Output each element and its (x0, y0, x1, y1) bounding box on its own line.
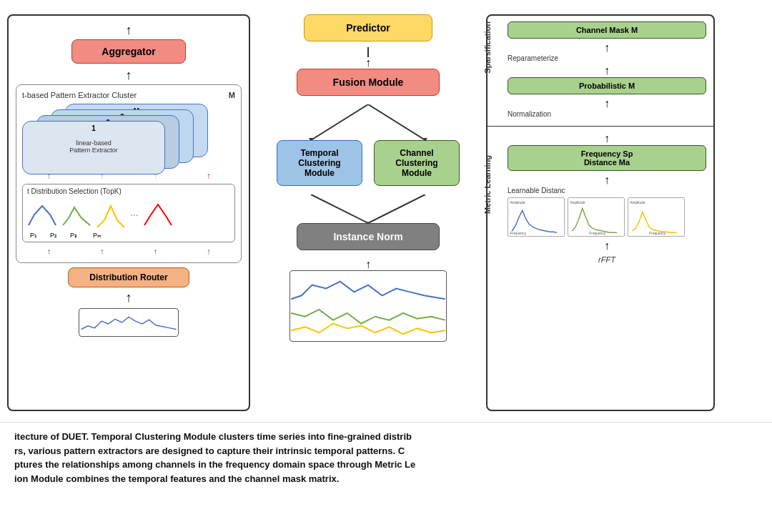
svg-text:Frequency: Frequency (510, 232, 526, 235)
temporal-cluster-box: TemporalClustering Module (277, 140, 362, 186)
distribution-router-box: Distribution Router (68, 267, 189, 287)
middle-panel: Predictor ↑ Fusion Module (257, 14, 479, 411)
arrow-ml-1: ↑ (508, 132, 706, 145)
frequency-sp-box: Frequency SpDistance Ma (508, 145, 706, 171)
main-container: ↑ Aggregator ↑ t-based Pattern Extractor… (0, 0, 772, 532)
curve-green (61, 200, 91, 229)
diagram-area: ↑ Aggregator ↑ t-based Pattern Extractor… (0, 7, 772, 422)
instance-norm-box: Instance Norm (297, 223, 440, 250)
arrow-inst-norm: ↑ (365, 259, 371, 270)
aggregator-box: Aggregator (71, 39, 186, 64)
small-chart-2: Amplitude Frequency (568, 197, 625, 237)
curve-blue (27, 200, 57, 229)
arrow-sp-1: ↑ (508, 41, 706, 54)
svg-line-1 (368, 104, 425, 140)
cluster-label: t-based Pattern Extractor Cluster M (22, 91, 235, 99)
channel-mask-box: Channel Mask M (508, 21, 706, 39)
svg-text:Amplitude: Amplitude (570, 201, 585, 205)
connector-area-2 (275, 194, 461, 223)
curves-row: ··· (27, 198, 230, 230)
caption-line3: ptures the relationships among channels … (14, 459, 415, 470)
p-labels: P₁ P₂ P₃ Pₘ (27, 232, 230, 239)
channel-cluster-box: ChannelClustering Module (374, 140, 460, 186)
svg-text:Frequency: Frequency (649, 232, 665, 235)
input-time-series (79, 308, 179, 337)
curve-yellow (96, 200, 126, 229)
left-panel: ↑ Aggregator ↑ t-based Pattern Extractor… (7, 14, 250, 411)
small-charts-row: Amplitude Frequency Amplitude Frequency (508, 197, 706, 237)
svg-text:Amplitude: Amplitude (510, 201, 525, 205)
arrow-up-aggregator: ↑ (16, 23, 242, 38)
arrow-ml-2: ↑ (508, 174, 706, 187)
vline-pred-fusion (367, 47, 369, 57)
small-chart-1: Amplitude Frequency (508, 197, 565, 237)
learnable-distance-label: Learnable Distanc (508, 187, 706, 194)
pattern-extractor-cluster: t-based Pattern Extractor Cluster M M 3 (16, 84, 242, 263)
caption-bold: itecture of DUET. Temporal Clustering Mo… (14, 431, 412, 442)
caption-line2: rs, various pattern extractors are desig… (14, 445, 405, 456)
sparsification-section: Sparsification Channel Mask M ↑ Reparame… (488, 16, 713, 127)
ellipsis: ··· (130, 209, 139, 220)
predictor-box: Predictor (304, 14, 432, 41)
arrow-sp-3: ↑ (508, 97, 706, 110)
topk-section: t Distribution Selection (TopK) (22, 184, 235, 242)
connector-svg (275, 104, 461, 140)
svg-line-4 (311, 194, 368, 223)
arrow-down-cluster: ↑ (16, 68, 242, 83)
right-panel: Sparsification Channel Mask M ↑ Reparame… (486, 14, 715, 411)
stacked-boxes: M 3 2 1 linear-basedPattern Extractor (22, 104, 235, 168)
small-chart-3: Amplitude Frequency (628, 197, 685, 237)
arrow-pred-fusion: ↑ (365, 57, 371, 69)
svg-line-5 (368, 194, 425, 223)
curve-red (143, 200, 173, 229)
rfft-label: rFFT (508, 255, 706, 264)
svg-line-0 (311, 104, 368, 140)
reparameterize-label: Reparameterize (508, 54, 706, 62)
svg-text:Amplitude: Amplitude (630, 201, 645, 205)
metric-learning-label: Metric Learning (483, 155, 492, 214)
stack-box-1: 1 linear-basedPattern Extractor (22, 121, 165, 174)
probabilistic-box: Probabilistic M (508, 77, 706, 94)
sparsification-label: Sparsification (483, 21, 492, 74)
arrow-sp-2: ↑ (508, 64, 706, 77)
connector-svg-2 (275, 194, 461, 223)
clustering-row: TemporalClustering Module ChannelCluster… (277, 140, 460, 186)
caption-line4: ion Module combines the temporal feature… (14, 473, 339, 484)
topk-label: t Distribution Selection (TopK) (27, 187, 230, 195)
fusion-box: Fusion Module (297, 69, 440, 96)
arrow-up-router: ↑ (16, 290, 242, 305)
middle-ts-chart (290, 270, 447, 342)
arrow-ml-3: ↑ (508, 240, 706, 252)
router-arrows: ↑↑↑↑ (22, 247, 235, 257)
normalization-label: Normalization (508, 110, 706, 118)
metric-learning-section: Metric Learning ↑ Frequency SpDistance M… (488, 127, 713, 410)
connector-area (275, 104, 461, 140)
svg-text:Frequency: Frequency (589, 232, 605, 235)
caption-area: itecture of DUET. Temporal Clustering Mo… (0, 422, 772, 493)
